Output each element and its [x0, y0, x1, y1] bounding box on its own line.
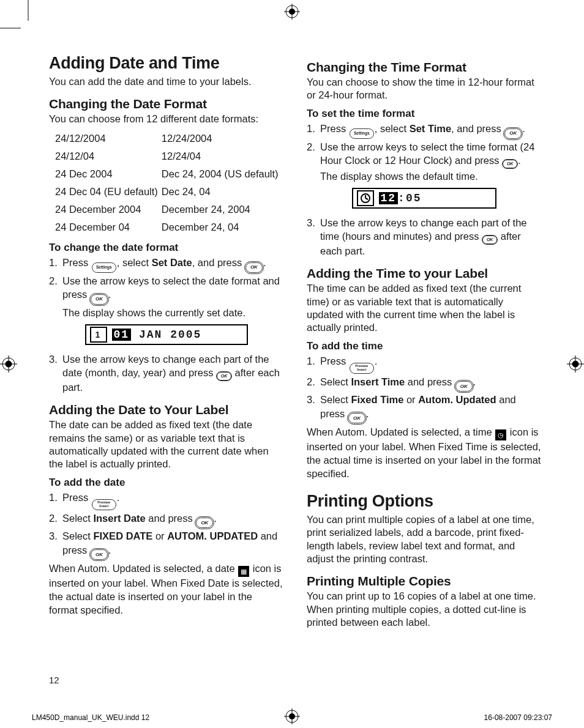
ok-button-icon: OK: [503, 160, 517, 168]
steps-add-date: Press PreviewInsert. Select Insert Date …: [49, 491, 283, 560]
ok-button-icon: OK: [91, 294, 108, 305]
step-2: Select Insert Time and press OK.: [307, 375, 541, 392]
subhead-add-date: To add the date: [49, 476, 283, 489]
footer-timestamp: 16-08-2007 09:23:07: [484, 713, 552, 722]
ok-button-icon: OK: [348, 413, 365, 423]
clock-icon: [357, 190, 374, 206]
page-number: 12: [49, 675, 59, 685]
ok-button-icon: OK: [482, 236, 497, 244]
ok-button-icon: OK: [245, 262, 263, 273]
heading-changing-date-format: Changing the Date Format: [49, 97, 283, 111]
heading-adding-date-label: Adding the Date to Your Label: [49, 403, 283, 417]
ok-button-icon: OK: [504, 128, 522, 139]
ok-button-icon: OK: [196, 518, 213, 528]
step-1: Press PreviewInsert.: [49, 491, 283, 510]
step-3: Use the arrow keys to change each part o…: [49, 352, 283, 394]
steps-change-date-format: Press Settings, select Set Date, and pre…: [49, 256, 283, 319]
registration-mark-icon: [0, 355, 17, 373]
adding-time-intro: The time can be added as fixed text (the…: [307, 282, 541, 335]
right-column: Changing the Time Format You can choose …: [307, 54, 541, 679]
intro-text: You can add the date and time to your la…: [49, 75, 283, 88]
settings-button-icon: Settings: [350, 128, 374, 139]
heading-printing-options: Printing Options: [307, 492, 541, 511]
subhead-add-time: To add the time: [307, 340, 541, 353]
step-2: Use the arrow keys to select the date fo…: [49, 274, 283, 319]
autom-updated-note: When Autom. Updated is selected, a date …: [49, 562, 283, 617]
step-1: Press Settings, select Set Time, and pre…: [307, 122, 541, 139]
heading-changing-time-format: Changing the Time Format: [307, 60, 541, 75]
heading-adding-time-label: Adding the Time to your Label: [307, 266, 541, 281]
ok-button-icon: OK: [91, 549, 108, 560]
step-1: Press Settings, select Set Date, and pre…: [49, 256, 283, 273]
step-3: Use the arrow keys to change each part o…: [307, 216, 541, 258]
date-label-icon: ▦: [238, 566, 249, 577]
printing-options-intro: You can print multiple copies of a label…: [307, 513, 541, 566]
subhead-set-time-format: To set the time format: [307, 107, 541, 121]
steps-add-time: Press PreviewInsert. Select Insert Time …: [307, 354, 541, 423]
registration-mark-icon: [284, 4, 300, 20]
heading-printing-multiple-copies: Printing Multiple Copies: [307, 574, 541, 589]
footer-filename: LM450D_manual_UK_WEU.indd 12: [32, 713, 149, 722]
adding-date-intro: The date can be added as fixed text (the…: [49, 418, 283, 471]
ok-button-icon: OK: [455, 381, 473, 392]
preview-insert-button-icon: PreviewInsert: [92, 499, 116, 510]
date-format-intro: You can choose from 12 different date fo…: [49, 113, 283, 125]
left-column: Adding Date and Time You can add the dat…: [49, 54, 283, 679]
svg-line-20: [365, 198, 368, 199]
time-format-intro: You can choose to show the time in 12-ho…: [307, 76, 541, 102]
steps-change-date-format-cont: Use the arrow keys to change each part o…: [49, 352, 283, 394]
autom-updated-time-note: When Autom. Updated is selected, a time …: [307, 426, 541, 481]
heading-adding-date-time: Adding Date and Time: [49, 54, 283, 73]
date-formats-table: 24/12/200412/24/2004 24/12/0412/24/04 24…: [55, 130, 282, 236]
settings-button-icon: Settings: [92, 262, 116, 273]
step-1: Press PreviewInsert.: [307, 354, 541, 374]
ok-button-icon: OK: [217, 372, 231, 381]
step-2: Use the arrow keys to select the time fo…: [307, 140, 541, 183]
step-2: Select Insert Date and press OK.: [49, 511, 283, 529]
registration-mark-icon: [567, 355, 584, 373]
print-footer: LM450D_manual_UK_WEU.indd 12 16-08-2007 …: [32, 713, 552, 722]
lcd-time-display: 12:05: [352, 188, 496, 209]
printing-multiple-copies-text: You can print up to 16 copies of a label…: [307, 590, 541, 629]
step-3: Select FIXED DATE or AUTOM. UPDATED and …: [49, 529, 283, 560]
time-label-icon: ◷: [495, 429, 506, 440]
subhead-change-date-format: To change the date format: [49, 241, 283, 254]
step-3: Select Fixed Time or Autom. Updated and …: [307, 393, 541, 423]
lcd-date-display: 1 01 JAN 2005: [85, 324, 248, 345]
steps-set-time-format-cont: Use the arrow keys to change each part o…: [307, 216, 541, 258]
preview-insert-button-icon: PreviewInsert: [350, 363, 374, 374]
calendar-icon: 1: [90, 327, 107, 343]
steps-set-time-format: Press Settings, select Set Time, and pre…: [307, 122, 541, 183]
